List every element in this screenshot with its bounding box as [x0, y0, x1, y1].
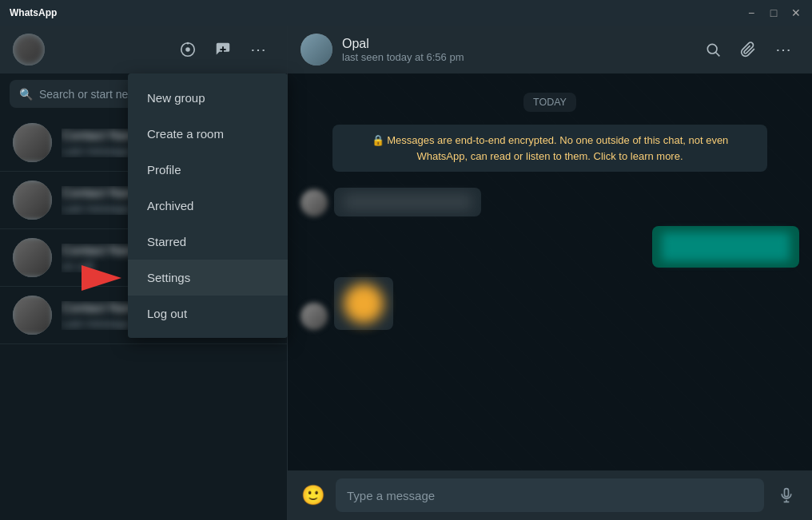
encryption-notice[interactable]: 🔒 Messages are end-to-end encrypted. No … — [332, 125, 767, 172]
user-avatar[interactable] — [13, 34, 45, 65]
menu-item-logout[interactable]: Log out — [128, 296, 288, 331]
mic-button[interactable] — [770, 479, 802, 511]
chat-area: Opal last seen today at 6:56 pm — [288, 26, 812, 520]
new-chat-icon — [214, 41, 232, 58]
today-badge: TODAY — [301, 93, 799, 112]
message-content — [344, 194, 472, 210]
new-chat-button[interactable] — [207, 34, 239, 65]
sidebar-header: ⋯ — [0, 26, 287, 73]
message-bubble — [334, 277, 393, 330]
sidebar: ⋯ 🔍 Contact Name 4:02 pm — [0, 26, 288, 520]
app-title: WhatsApp — [10, 7, 57, 18]
chat-header-icons: ⋯ — [697, 34, 799, 65]
svg-rect-7 — [785, 489, 789, 497]
mic-icon — [778, 487, 794, 503]
sidebar-header-icons: ⋯ — [172, 34, 274, 65]
svg-line-6 — [716, 53, 720, 57]
search-chat-button[interactable] — [697, 34, 729, 65]
menu-dots-icon: ⋯ — [250, 40, 267, 59]
app-container: ⋯ 🔍 Contact Name 4:02 pm — [0, 26, 812, 520]
message-row — [301, 277, 799, 330]
search-icon — [705, 42, 721, 58]
avatar — [13, 296, 52, 335]
settings-arrow-indicator — [82, 265, 121, 291]
message-bubble — [652, 226, 799, 268]
sidebar-header-left — [13, 34, 45, 65]
message-bubble — [334, 188, 481, 216]
menu-item-create-room[interactable]: Create a room — [128, 116, 288, 152]
avatar — [13, 238, 52, 277]
avatar — [13, 123, 52, 162]
avatar — [301, 303, 328, 330]
menu-button[interactable]: ⋯ — [242, 34, 274, 65]
chat-header-left: Opal last seen today at 6:56 pm — [301, 34, 464, 65]
chat-menu-button[interactable]: ⋯ — [767, 34, 799, 65]
menu-item-new-group[interactable]: New group — [128, 80, 288, 116]
message-content — [344, 284, 384, 324]
maximize-button[interactable]: □ — [767, 6, 780, 19]
svg-point-5 — [707, 44, 717, 54]
dropdown-menu: New group Create a room Profile Archived… — [128, 73, 288, 338]
svg-point-1 — [185, 47, 190, 52]
contact-status: last seen today at 6:56 pm — [342, 51, 464, 63]
menu-item-starred[interactable]: Starred — [128, 224, 288, 260]
encryption-text: 🔒 Messages are end-to-end encrypted. No … — [345, 133, 754, 164]
search-icon: 🔍 — [19, 88, 33, 101]
messages-area: TODAY 🔒 Messages are end-to-end encrypte… — [288, 73, 812, 470]
message-content — [662, 232, 790, 261]
svg-point-2 — [187, 42, 189, 45]
input-area: 🙂 — [288, 470, 812, 520]
window-controls: − □ ✕ — [745, 6, 802, 19]
chat-avatar[interactable] — [301, 34, 332, 65]
contact-name: Opal — [342, 37, 464, 51]
attachment-button[interactable] — [732, 34, 764, 65]
avatar — [13, 181, 52, 220]
menu-item-archived[interactable]: Archived — [128, 188, 288, 224]
menu-item-settings[interactable]: Settings — [128, 260, 288, 296]
titlebar: WhatsApp − □ ✕ — [0, 0, 812, 26]
attachment-icon — [740, 42, 756, 58]
emoji-icon: 🙂 — [301, 484, 325, 506]
minimize-button[interactable]: − — [745, 6, 758, 19]
today-label: TODAY — [523, 93, 576, 112]
close-button[interactable]: ✕ — [790, 6, 802, 19]
chat-header: Opal last seen today at 6:56 pm — [288, 26, 812, 73]
message-input[interactable] — [336, 478, 764, 512]
avatar-image — [13, 34, 45, 65]
chat-menu-icon: ⋯ — [775, 40, 791, 59]
message-row — [301, 188, 799, 216]
emoji-button[interactable]: 🙂 — [297, 479, 329, 511]
avatar — [301, 189, 328, 216]
message-row — [301, 226, 799, 268]
chat-header-info: Opal last seen today at 6:56 pm — [342, 37, 464, 63]
status-icon — [179, 41, 197, 58]
status-icon-button[interactable] — [172, 34, 204, 65]
menu-item-profile[interactable]: Profile — [128, 152, 288, 188]
